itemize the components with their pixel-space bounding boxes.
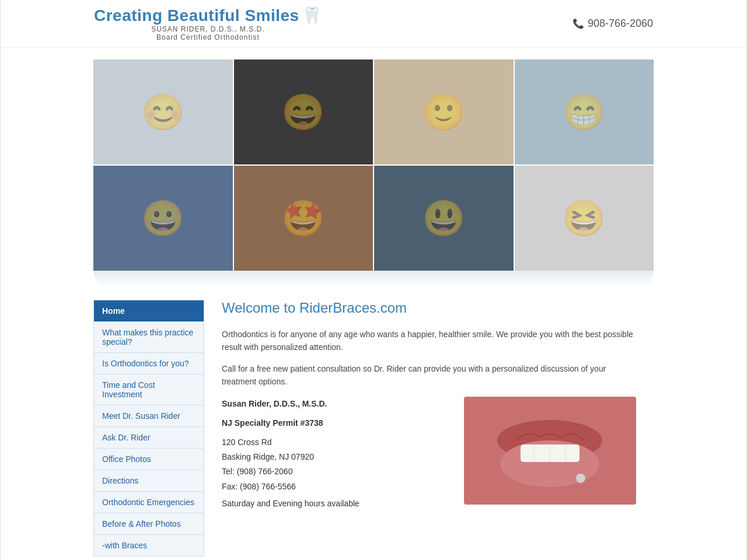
- nav-item-office-photos[interactable]: Office Photos: [93, 449, 204, 470]
- sidebar: Home What makes this practice special? I…: [93, 300, 204, 556]
- contact-fax: Fax: (908) 766-5566: [222, 480, 452, 494]
- saturday-note: Saturday and Evening hours available: [222, 499, 452, 508]
- logo-title: Creating Beautiful Smiles: [94, 6, 299, 25]
- logo-subtitle: SUSAN RIDER, D.D.S., M.S.D. Board Certif…: [94, 25, 322, 41]
- contact-address1: 120 Cross Rd: [222, 435, 452, 450]
- hero-grid: 😊 😄 🙂 😁 😀 🤩 😃 😆: [93, 60, 654, 271]
- content-lower: Susan Rider, D.D.S., M.S.D. NJ Specialty…: [222, 397, 636, 508]
- nav-item-meet-doctor[interactable]: Meet Dr. Susan Rider: [93, 405, 204, 427]
- nav-item-with-braces[interactable]: -with Braces: [93, 535, 204, 556]
- intro-para-2: Call for a free new patient consultation…: [222, 362, 636, 388]
- tooth-icon: 🦷: [302, 6, 322, 25]
- hero-cell-8: 😆: [515, 166, 654, 271]
- hero-cell-1: 😊: [93, 60, 233, 164]
- logo-area: Creating Beautiful Smiles 🦷 SUSAN RIDER,…: [94, 6, 322, 41]
- svg-point-8: [576, 474, 585, 483]
- page-title: Welcome to RiderBraces.com: [222, 300, 636, 316]
- intro-para-1: Orthodontics is for anyone of any age wh…: [222, 328, 636, 354]
- hero-cell-6: 🤩: [234, 166, 374, 271]
- contact-info: Susan Rider, D.D.S., M.S.D. NJ Specialty…: [222, 397, 452, 494]
- smile-photo: [464, 397, 636, 505]
- contact-block: Susan Rider, D.D.S., M.S.D. NJ Specialty…: [222, 397, 452, 508]
- content-area: Welcome to RiderBraces.com Orthodontics …: [204, 300, 654, 556]
- nav-item-orthodontics[interactable]: Is Orthodontics for you?: [93, 353, 204, 374]
- nav-item-directions[interactable]: Directions: [93, 470, 204, 492]
- phone-number: 908-766-2060: [588, 18, 653, 30]
- hero-cell-3: 🙂: [374, 60, 514, 164]
- hero-cell-2: 😄: [234, 60, 374, 164]
- nav-item-special[interactable]: What makes this practice special?: [93, 322, 204, 353]
- nav-item-before-after[interactable]: Before & After Photos: [93, 513, 204, 535]
- contact-name: Susan Rider, D.D.S., M.S.D.: [222, 397, 452, 411]
- main-content: Home What makes this practice special? I…: [93, 300, 654, 556]
- header: Creating Beautiful Smiles 🦷 SUSAN RIDER,…: [1, 0, 746, 48]
- nav-item-emergencies[interactable]: Orthodontic Emergencies: [93, 492, 204, 513]
- phone-icon: 📞: [573, 18, 584, 29]
- hero-cell-5: 😀: [93, 166, 233, 271]
- phone-area[interactable]: 📞 908-766-2060: [573, 18, 653, 30]
- nav-item-home[interactable]: Home: [93, 300, 204, 322]
- nav-item-ask-doctor[interactable]: Ask Dr. Rider: [93, 427, 204, 449]
- contact-address2: Basking Ridge, NJ 07920: [222, 450, 452, 464]
- hero-cell-4: 😁: [515, 60, 654, 164]
- nav-item-time-cost[interactable]: Time and Cost Investment: [93, 374, 204, 405]
- hero-decoration: [93, 271, 654, 288]
- contact-tel: Tel: (908) 766-2060: [222, 464, 452, 479]
- contact-permit: NJ Specialty Permit #3738: [222, 416, 452, 430]
- hero-cell-7: 😃: [374, 166, 514, 271]
